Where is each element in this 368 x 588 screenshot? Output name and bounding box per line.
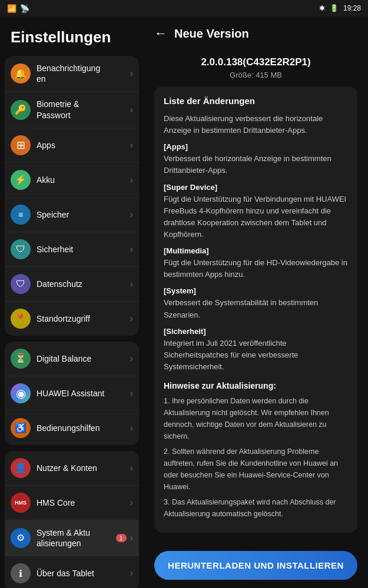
notifications-label: Benachrichtigungen (37, 63, 130, 84)
changelog-section-heading: [System] (164, 286, 348, 295)
security-icon: 🛡 (11, 239, 31, 259)
changelog-section-text: Verbessert die horizontale Anzeige in be… (164, 153, 348, 176)
digital-balance-label: Digital Balance (37, 353, 130, 364)
huawei-assistant-icon: ◉ (11, 383, 31, 403)
chevron-icon: › (130, 568, 133, 579)
biometrics-icon: 🔑 (11, 100, 31, 120)
huawei-assistant-label: HUAWEI Assistant (37, 388, 130, 399)
sidebar-item-system[interactable]: ⚙ System & Aktualisierungen 1 › (5, 520, 139, 556)
chevron-icon: › (130, 209, 133, 220)
right-panel: ← Neue Version 2.0.0.138(C432E2R2P1) Grö… (144, 16, 368, 588)
sidebar-title: Einstellungen (5, 24, 139, 56)
location-icon: 📍 (11, 309, 31, 329)
privacy-label: Datenschutz (37, 279, 130, 289)
changelog-section-text: Fügt die Unterstützung für die HD-Videow… (164, 257, 348, 280)
changelog-title: Liste der Änderungen (164, 96, 348, 106)
location-label: Standortzugriff (37, 313, 130, 324)
download-install-button[interactable]: HERUNTERLADEN UND INSTALLIEREN (154, 551, 357, 580)
chevron-icon: › (130, 105, 133, 115)
biometrics-label: Biometrie &Passwort (37, 99, 130, 120)
chevron-icon: › (130, 313, 133, 324)
signal-icon: 📡 (20, 4, 29, 13)
about-label: Über das Tablet (37, 568, 130, 579)
chevron-icon: › (130, 388, 133, 399)
main-layout: Einstellungen 🔔 Benachrichtigungen › 🔑 B… (0, 16, 368, 588)
sidebar-item-apps[interactable]: ⊞ Apps › (5, 128, 139, 163)
changelog-section-heading: [Apps] (164, 142, 348, 151)
sidebar-item-battery[interactable]: ⚡ Akku › (5, 163, 139, 198)
wifi-icon: 📶 (7, 4, 16, 13)
changelog-section-text: Fügt die Unterstützung für Verbindungen … (164, 193, 348, 241)
storage-icon: ≡ (11, 205, 31, 225)
sidebar-item-huawei-assistant[interactable]: ◉ HUAWEI Assistant › (5, 376, 139, 411)
chevron-icon: › (130, 140, 133, 151)
system-label: System & Aktualisierungen (37, 527, 116, 549)
battery-label: Akku (37, 175, 130, 185)
sidebar-item-hms[interactable]: HMS HMS Core › (5, 486, 139, 520)
accessibility-icon: ♿ (11, 418, 31, 438)
sidebar-group-1: 🔔 Benachrichtigungen › 🔑 Biometrie &Pass… (5, 56, 139, 336)
version-number: 2.0.0.138(C432E2R2P1) (154, 56, 357, 68)
sidebar: Einstellungen 🔔 Benachrichtigungen › 🔑 B… (0, 16, 144, 588)
hms-icon: HMS (11, 493, 31, 513)
chevron-icon: › (130, 175, 133, 185)
status-bar: 📶 📡 ✱ 🔋 19:28 (0, 0, 368, 16)
sidebar-item-accounts[interactable]: 👤 Nutzer & Konten › (5, 451, 139, 486)
battery-icon: 🔋 (330, 4, 339, 12)
bluetooth-icon: ✱ (319, 4, 325, 12)
battery-icon: ⚡ (11, 170, 31, 190)
chevron-icon: › (130, 533, 133, 543)
system-icon: ⚙ (11, 528, 31, 548)
sidebar-item-location[interactable]: 📍 Standortzugriff › (5, 302, 139, 336)
note-item: 2. Sollten während der Aktualisierung Pr… (164, 446, 348, 493)
right-panel-title: Neue Version (174, 27, 249, 41)
digital-balance-icon: ⏳ (11, 349, 31, 369)
changelog-intro: Diese Aktualisierung verbessert die hori… (164, 113, 348, 136)
sidebar-item-accessibility[interactable]: ♿ Bedienungshilfen › (5, 411, 139, 445)
note-item: 1. Ihre persönlichen Daten werden durch … (164, 395, 348, 442)
hms-label: HMS Core (37, 497, 130, 508)
version-size: Größe: 415 MB (154, 71, 357, 79)
accessibility-label: Bedienungshilfen (37, 423, 130, 433)
accounts-icon: 👤 (11, 458, 31, 478)
changelog-section-heading: [Super Device] (164, 183, 348, 192)
accounts-label: Nutzer & Konten (37, 463, 130, 473)
download-bar: HERUNTERLADEN UND INSTALLIEREN (144, 544, 368, 588)
right-content: 2.0.0.138(C432E2R2P1) Größe: 415 MB List… (144, 47, 368, 544)
chevron-icon: › (130, 497, 133, 508)
changelog-card: Liste der Änderungen Diese Aktualisierun… (154, 86, 357, 533)
version-info: 2.0.0.138(C432E2R2P1) Größe: 415 MB (154, 47, 357, 86)
sidebar-item-digital-balance[interactable]: ⏳ Digital Balance › (5, 342, 139, 376)
apps-label: Apps (37, 140, 130, 151)
sidebar-item-privacy[interactable]: 🛡 Datenschutz › (5, 267, 139, 302)
notifications-icon: 🔔 (11, 64, 31, 83)
sidebar-item-about[interactable]: ℹ Über das Tablet › (5, 556, 139, 588)
back-button[interactable]: ← (154, 26, 167, 41)
right-header: ← Neue Version (144, 16, 368, 47)
status-bar-right: ✱ 🔋 19:28 (319, 4, 361, 12)
chevron-icon: › (130, 68, 133, 79)
chevron-icon: › (130, 353, 133, 364)
chevron-icon: › (130, 244, 133, 255)
apps-icon: ⊞ (11, 135, 31, 155)
changelog-section-heading: [Multimedia] (164, 246, 348, 255)
system-badge: 1 (116, 534, 127, 542)
sidebar-item-security[interactable]: 🛡 Sicherheit › (5, 232, 139, 267)
chevron-icon: › (130, 463, 133, 473)
storage-label: Speicher (37, 209, 130, 220)
changelog-section-text: Verbessert die Systemstabilität in besti… (164, 297, 348, 320)
time-display: 19:28 (343, 4, 361, 12)
note-item: 3. Das Aktualisierungspaket wird nach Ab… (164, 496, 348, 520)
status-bar-left: 📶 📡 (7, 4, 29, 13)
changelog-section-text: Integriert im Juli 2021 veröffentlichte … (164, 338, 348, 373)
notes-text: 1. Ihre persönlichen Daten werden durch … (164, 395, 348, 520)
sidebar-item-biometrics[interactable]: 🔑 Biometrie &Passwort › (5, 92, 139, 128)
security-label: Sicherheit (37, 244, 130, 255)
notes-title: Hinweise zur Aktualisierung: (164, 381, 348, 390)
changelog-section-heading: [Sicherheit] (164, 327, 348, 336)
privacy-icon: 🛡 (11, 274, 31, 294)
sidebar-item-storage[interactable]: ≡ Speicher › (5, 198, 139, 232)
sidebar-group-2: ⏳ Digital Balance › ◉ HUAWEI Assistant ›… (5, 342, 139, 445)
sidebar-item-notifications[interactable]: 🔔 Benachrichtigungen › (5, 56, 139, 92)
chevron-icon: › (130, 423, 133, 433)
